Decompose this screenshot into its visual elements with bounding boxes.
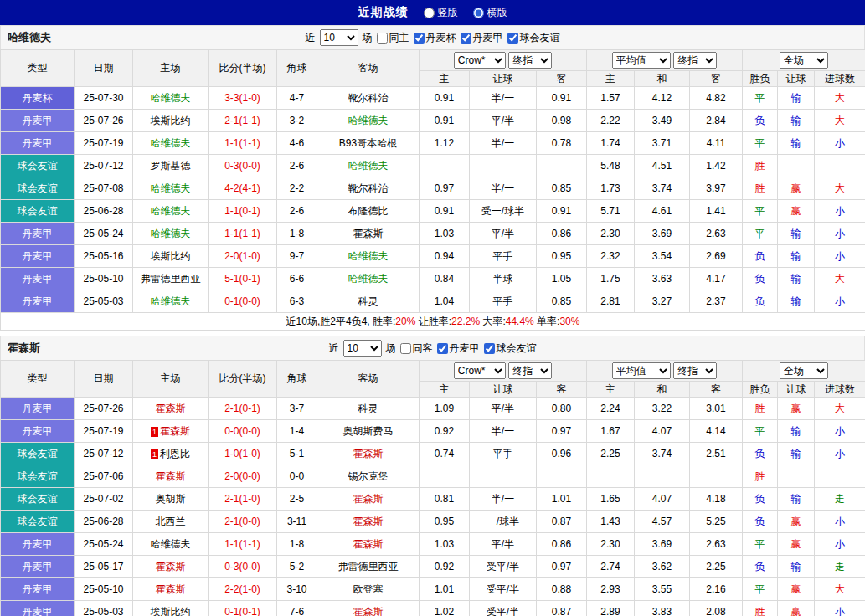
score-link[interactable]: 2-1(0-0) <box>224 516 260 527</box>
away-team-link[interactable]: 霍森斯 <box>353 228 384 239</box>
league-filter-checkbox[interactable]: 丹麦甲 <box>461 31 503 45</box>
home-team-link[interactable]: 哈维德夫 <box>151 538 191 550</box>
home-team-link[interactable]: 哈维德夫 <box>151 205 191 217</box>
match-date-cell: 25-05-17 <box>75 556 133 578</box>
handicap-cell: 半/一 <box>470 132 537 155</box>
score-link[interactable]: 2-0(0-0) <box>224 470 260 482</box>
score-link[interactable]: 0-1(0-0) <box>224 295 260 307</box>
league-filter-input[interactable] <box>414 33 425 44</box>
score-link[interactable]: 1-1(1-1) <box>224 137 260 149</box>
avg-odds-time-select[interactable]: 终指 <box>673 52 717 69</box>
match-date-cell: 25-06-28 <box>75 200 133 223</box>
away-team-link[interactable]: 霍森斯 <box>353 606 384 616</box>
match-scope-select[interactable]: 全场 <box>780 52 828 69</box>
away-team-link[interactable]: 霍森斯 <box>353 493 384 505</box>
layout-radio-horizontal-input[interactable] <box>473 8 484 18</box>
home-team-link[interactable]: 哈维德夫 <box>151 92 191 104</box>
home-team-link[interactable]: 埃斯比约 <box>151 115 191 126</box>
odds-source-select[interactable]: Crow* <box>454 52 506 69</box>
score-link[interactable]: 2-1(1-0) <box>224 493 260 505</box>
league-filter-checkbox[interactable]: 丹麦杯 <box>414 31 456 45</box>
away-team-link[interactable]: 靴尔科治 <box>348 182 389 194</box>
layout-radio-horizontal[interactable]: 横版 <box>473 6 507 20</box>
layout-radio-vertical-input[interactable] <box>424 8 435 18</box>
same-venue-checkbox[interactable]: 同客 <box>400 341 433 356</box>
score-link[interactable]: 0-3(0-0) <box>224 160 260 172</box>
home-team-link[interactable]: 弗雷德里西亚 <box>141 273 201 285</box>
layout-radio-vertical[interactable]: 竖版 <box>424 6 458 20</box>
away-team-link[interactable]: 欧登塞 <box>353 583 384 595</box>
home-team-link[interactable]: 埃斯比约 <box>151 250 191 262</box>
home-team-link[interactable]: 霍森斯 <box>156 561 186 572</box>
league-filter-input[interactable] <box>507 33 518 44</box>
home-team-link[interactable]: 霍森斯 <box>156 583 186 595</box>
away-team-link[interactable]: 哈维德夫 <box>348 250 389 262</box>
avg-odds-select[interactable]: 平均值 <box>612 362 671 379</box>
handicap-result-cell <box>778 465 815 488</box>
odds-source-time-select[interactable]: 终指 <box>508 52 552 69</box>
handicap-cell: 平手 <box>470 290 537 313</box>
home-team-link[interactable]: 哈维德夫 <box>151 228 191 239</box>
home-team-link[interactable]: 霍森斯 <box>156 470 186 482</box>
score-link[interactable]: 3-3(1-0) <box>224 92 260 104</box>
same-venue-input[interactable] <box>377 33 388 44</box>
away-team-link[interactable]: B93哥本哈根 <box>339 137 397 149</box>
score-link[interactable]: 2-1(0-1) <box>224 403 260 414</box>
home-team-link[interactable]: 利恩比 <box>160 448 190 459</box>
score-link[interactable]: 1-1(0-1) <box>224 205 260 217</box>
score-link[interactable]: 0-0(0-0) <box>224 425 260 437</box>
result-cell: 平 <box>743 223 778 245</box>
home-team-link[interactable]: 霍森斯 <box>160 425 190 437</box>
score-link[interactable]: 0-3(0-0) <box>224 561 260 572</box>
score-link[interactable]: 4-2(4-1) <box>224 182 260 194</box>
score-link[interactable]: 2-1(1-1) <box>224 115 260 126</box>
match-row: 球会友谊25-06-28北西兰2-1(0-0)3-11霍森斯0.95一/球半0.… <box>1 511 865 533</box>
avg-odds-select[interactable]: 平均值 <box>612 52 671 69</box>
recent-count-select[interactable]: 10 <box>320 29 358 46</box>
home-team-link[interactable]: 哈维德夫 <box>151 295 191 307</box>
away-team-link[interactable]: 奥胡斯费马 <box>343 425 394 437</box>
score-link[interactable]: 1-0(1-0) <box>224 448 260 459</box>
recent-count-select[interactable]: 10 <box>343 340 382 357</box>
home-team-link[interactable]: 哈维德夫 <box>151 137 191 149</box>
home-team-link[interactable]: 奥胡斯 <box>156 493 186 505</box>
away-team-link[interactable]: 靴尔科治 <box>348 92 389 104</box>
avg-odds-time-select[interactable]: 终指 <box>673 362 717 379</box>
league-filter-checkbox[interactable]: 丹麦甲 <box>437 341 480 356</box>
league-filter-checkbox[interactable]: 球会友谊 <box>507 31 560 45</box>
score-link[interactable]: 5-1(0-1) <box>224 273 260 285</box>
home-team-link[interactable]: 霍森斯 <box>156 403 186 414</box>
home-team-link[interactable]: 埃斯比约 <box>151 606 191 616</box>
away-team-link[interactable]: 弗雷德里西亚 <box>338 561 399 572</box>
same-venue-checkbox[interactable]: 同主 <box>377 31 409 45</box>
goals-result-cell: 大 <box>815 87 865 110</box>
away-team-link[interactable]: 布隆德比 <box>348 205 389 217</box>
same-venue-input[interactable] <box>400 343 411 354</box>
odds-source-time-select[interactable]: 终指 <box>508 362 552 379</box>
away-team-link[interactable]: 哈维德夫 <box>348 115 389 126</box>
recent-suffix-label: 场 <box>363 31 373 45</box>
score-link[interactable]: 1-1(1-1) <box>224 228 260 239</box>
score-link[interactable]: 2-0(1-0) <box>224 250 260 262</box>
away-team-link[interactable]: 科灵 <box>358 403 378 414</box>
away-team-link[interactable]: 霍森斯 <box>353 448 384 459</box>
odds-source-select[interactable]: Crow* <box>454 362 506 379</box>
home-team-link[interactable]: 北西兰 <box>156 516 186 527</box>
league-filter-input[interactable] <box>484 343 495 354</box>
score-link[interactable]: 0-1(0-1) <box>224 606 260 616</box>
home-team-link[interactable]: 哈维德夫 <box>151 182 191 194</box>
score-link[interactable]: 1-1(1-1) <box>224 538 260 550</box>
away-team-link[interactable]: 哈维德夫 <box>348 160 389 172</box>
league-filter-input[interactable] <box>461 33 471 44</box>
home-team-link[interactable]: 罗斯基德 <box>151 160 191 172</box>
away-team-link[interactable]: 科灵 <box>358 295 378 307</box>
crown-home-odds-cell: 0.95 <box>420 511 470 533</box>
match-scope-select[interactable]: 全场 <box>780 362 828 379</box>
league-filter-input[interactable] <box>437 343 448 354</box>
away-team-link[interactable]: 霍森斯 <box>353 516 384 527</box>
away-team-link[interactable]: 锡尔克堡 <box>348 470 389 482</box>
score-link[interactable]: 2-2(1-0) <box>224 583 260 595</box>
away-team-link[interactable]: 哈维德夫 <box>348 273 389 285</box>
league-filter-checkbox[interactable]: 球会友谊 <box>484 341 537 356</box>
away-team-link[interactable]: 霍森斯 <box>353 538 384 550</box>
